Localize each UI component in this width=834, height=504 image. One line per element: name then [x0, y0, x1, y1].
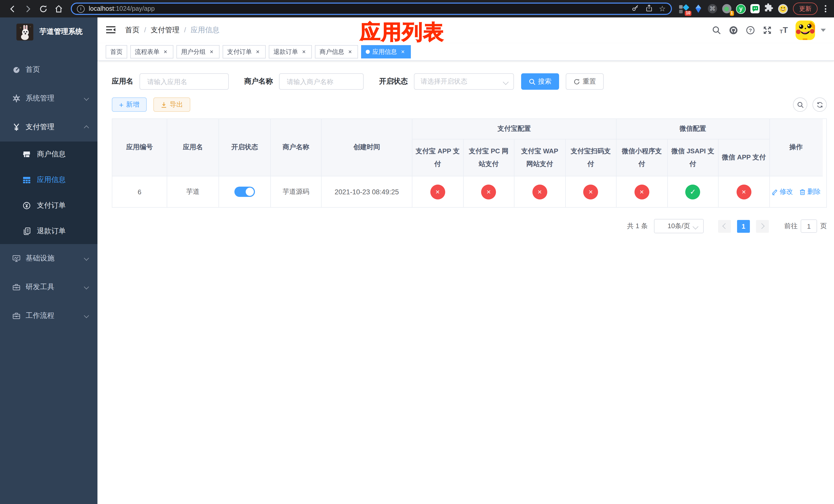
tab-pay-order[interactable]: 支付订单× [223, 45, 266, 59]
sidebar-item-infrastructure[interactable]: 基础设施 [0, 244, 97, 273]
tab-user-group[interactable]: 用户分组× [176, 45, 220, 59]
sidebar-item-dev-tools[interactable]: 研发工具 [0, 273, 97, 301]
extension-kite-icon[interactable] [694, 4, 703, 14]
toggle-search-button[interactable] [793, 97, 807, 112]
page-size-select[interactable]: 10条/页 [654, 219, 704, 233]
extension-devtools-icon[interactable]: 10 [679, 4, 689, 14]
close-icon[interactable]: × [301, 49, 307, 55]
col-header-wechat-jsapi: 微信 JSAPI 支付 [667, 139, 719, 176]
browser-update-button[interactable]: 更新 [793, 3, 818, 15]
app-name-input[interactable] [146, 77, 222, 86]
col-header-alipay-qr: 支付宝扫码支付 [566, 139, 616, 176]
browser-menu-icon[interactable] [822, 5, 829, 12]
breadcrumb-app-info: 应用信息 [191, 26, 220, 35]
collapse-sidebar-icon[interactable] [106, 25, 117, 36]
reset-button[interactable]: 重置 [566, 73, 604, 90]
site-info-icon[interactable]: i [77, 5, 85, 13]
forward-icon[interactable] [21, 2, 35, 16]
extension-y-icon[interactable]: y [736, 4, 746, 14]
search-button[interactable]: 搜索 [521, 73, 559, 90]
sidebar-item-label: 商户信息 [37, 150, 66, 159]
refresh-button[interactable] [812, 97, 827, 112]
tab-merchant-info[interactable]: 商户信息× [315, 45, 358, 59]
password-key-icon[interactable] [631, 4, 639, 14]
prev-page-button[interactable] [718, 220, 731, 232]
navbar: 首页 支付管理 应用信息 应用列表 ? TT [97, 18, 834, 43]
extension-badge: 1 [730, 10, 734, 16]
delete-link[interactable]: 删除 [799, 187, 821, 197]
extension-command-icon[interactable]: ⌘ [708, 4, 717, 13]
profile-emoji-icon[interactable] [778, 4, 788, 14]
sidebar-logo[interactable]: 芋道管理系统 [0, 18, 97, 46]
sidebar-item-system[interactable]: 系统管理 [0, 84, 97, 113]
goto-page-input[interactable] [801, 220, 817, 233]
col-header-created: 创建时间 [322, 119, 412, 176]
table-toolbar: + 新增 导出 [112, 97, 827, 112]
share-icon[interactable] [645, 4, 653, 14]
tab-process-form[interactable]: 流程表单× [130, 45, 173, 59]
status-toggle[interactable] [235, 187, 255, 197]
chevron-down-icon [84, 313, 89, 318]
page-annotation-title: 应用列表 [360, 18, 444, 46]
breadcrumb-payment[interactable]: 支付管理 [151, 26, 186, 35]
close-icon[interactable]: × [162, 49, 169, 55]
font-size-icon[interactable]: TT [780, 26, 788, 35]
tags-view-bar: 首页 流程表单× 用户分组× 支付订单× 退款订单× 商户信息× 应用信息× [97, 43, 834, 61]
breadcrumb-home[interactable]: 首页 [125, 26, 146, 35]
store-icon [23, 150, 31, 158]
edit-link[interactable]: 修改 [771, 187, 793, 197]
export-button[interactable]: 导出 [153, 97, 190, 112]
app-table: 应用编号 应用名 开启状态 商户名称 创建时间 支付宝配置 微信配置 操作 支付… [112, 118, 827, 208]
merchant-name-input[interactable] [286, 77, 357, 86]
reload-icon[interactable] [36, 2, 50, 16]
check-icon: ✓ [685, 184, 700, 199]
cell-wechat-mini: × [616, 176, 667, 207]
url-text[interactable]: localhost:1024/pay/app [89, 5, 155, 12]
toolbox-icon [12, 283, 21, 291]
extension-chat-icon[interactable] [750, 4, 760, 13]
chevron-down-icon [84, 284, 89, 289]
col-header-alipay-app: 支付宝 APP 支付 [412, 139, 463, 176]
search-form: 应用名 商户名称 开启状态 请选择开启状态 搜索 重置 [112, 73, 827, 90]
back-icon[interactable] [5, 2, 20, 16]
search-icon[interactable] [712, 26, 721, 35]
sidebar-item-pay-order[interactable]: 支付订单 [0, 193, 97, 219]
tab-refund-order[interactable]: 退款订单× [269, 45, 312, 59]
bookmark-star-icon[interactable] [659, 4, 666, 13]
cell-alipay-pc: × [463, 176, 514, 207]
home-icon[interactable] [51, 2, 66, 16]
chevron-down-icon[interactable] [821, 29, 826, 32]
extension-recorder-icon[interactable]: 1 [722, 4, 731, 14]
close-icon[interactable]: × [208, 49, 215, 55]
app-shell: 芋道管理系统 首页 系统管理 支付管理 [0, 18, 834, 504]
sidebar-item-payment[interactable]: 支付管理 [0, 113, 97, 141]
sidebar-item-label: 基础设施 [26, 254, 54, 263]
sidebar-item-home[interactable]: 首页 [0, 55, 97, 84]
fullscreen-icon[interactable] [763, 26, 772, 35]
close-icon[interactable]: × [255, 49, 261, 55]
avatar[interactable] [795, 21, 815, 40]
active-dot-icon [366, 50, 370, 54]
next-page-button[interactable] [756, 220, 769, 232]
sidebar-item-label: 支付订单 [37, 201, 66, 210]
sidebar-item-app-info[interactable]: 应用信息 [0, 167, 97, 193]
address-bar[interactable]: i localhost:1024/pay/app [71, 3, 672, 15]
sidebar-item-workflow[interactable]: 工作流程 [0, 301, 97, 330]
close-icon[interactable]: × [399, 49, 406, 55]
close-icon[interactable]: × [347, 49, 353, 55]
sidebar-item-refund-order[interactable]: 退款订单 [0, 219, 97, 244]
help-icon[interactable]: ? [746, 26, 755, 35]
total-count: 共 1 条 [627, 222, 648, 231]
tab-app-info[interactable]: 应用信息× [361, 45, 411, 59]
cell-status [219, 176, 271, 207]
dashboard-icon [12, 66, 21, 74]
tab-home[interactable]: 首页 [106, 45, 127, 59]
add-button[interactable]: + 新增 [112, 97, 147, 112]
page-number-button[interactable]: 1 [737, 220, 750, 232]
extensions-puzzle-icon[interactable] [764, 3, 773, 14]
github-icon[interactable] [729, 26, 738, 35]
col-header-alipay-pc: 支付宝 PC 网站支付 [463, 139, 514, 176]
status-select[interactable]: 请选择开启状态 [414, 73, 514, 90]
sidebar-item-merchant-info[interactable]: 商户信息 [0, 141, 97, 167]
cross-icon: × [481, 184, 496, 199]
